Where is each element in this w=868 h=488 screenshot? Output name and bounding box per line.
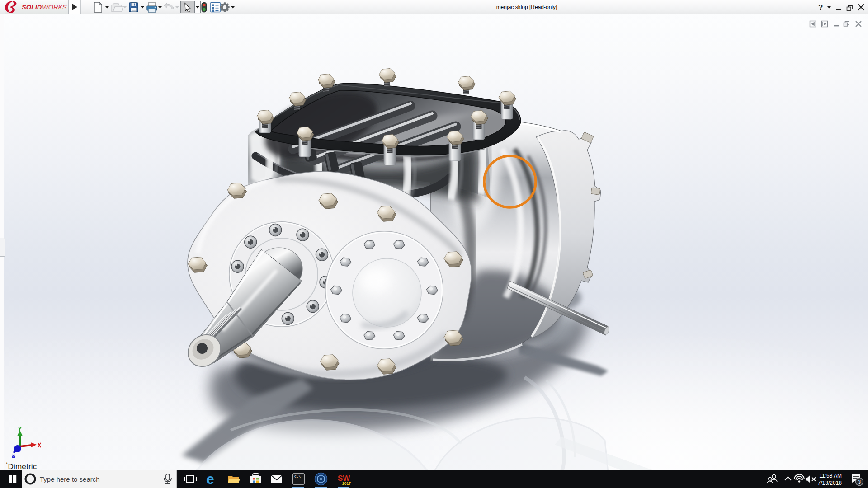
svg-text:2017: 2017 (342, 481, 351, 486)
svg-text:C:\_: C:\_ (294, 474, 303, 479)
svg-text:e: e (206, 471, 214, 487)
svg-text:3: 3 (858, 479, 861, 485)
svg-text:?: ? (818, 3, 823, 12)
svg-text:WORKS: WORKS (42, 4, 67, 11)
svg-text:SOLID: SOLID (22, 4, 42, 11)
